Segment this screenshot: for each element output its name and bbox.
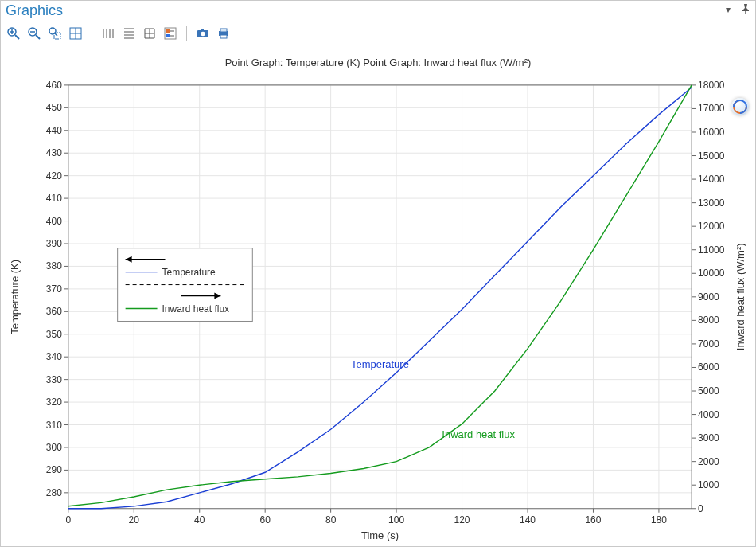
camera-icon bbox=[196, 26, 210, 41]
plot-region: Point Graph: Temperature (K) Point Graph… bbox=[1, 45, 755, 546]
svg-text:280: 280 bbox=[46, 487, 62, 498]
svg-point-9 bbox=[49, 28, 56, 34]
svg-text:440: 440 bbox=[46, 125, 62, 136]
svg-text:140: 140 bbox=[520, 514, 536, 526]
svg-text:17000: 17000 bbox=[698, 103, 725, 114]
zoom-extents-button[interactable] bbox=[66, 24, 85, 43]
svg-text:340: 340 bbox=[46, 351, 62, 362]
svg-line-2 bbox=[15, 35, 19, 39]
svg-text:120: 120 bbox=[454, 514, 470, 526]
toolbar-separator bbox=[92, 26, 92, 41]
legend-toggle-icon bbox=[163, 26, 177, 41]
svg-text:4000: 4000 bbox=[698, 409, 719, 420]
svg-line-6 bbox=[36, 35, 40, 39]
grid-toggle-button[interactable] bbox=[140, 24, 159, 43]
svg-text:7000: 7000 bbox=[698, 338, 719, 350]
svg-text:12000: 12000 bbox=[698, 221, 725, 232]
svg-text:410: 410 bbox=[46, 193, 62, 204]
svg-text:100: 100 bbox=[388, 514, 404, 526]
svg-text:11000: 11000 bbox=[698, 244, 725, 256]
svg-text:3000: 3000 bbox=[698, 432, 719, 443]
svg-text:13000: 13000 bbox=[698, 197, 725, 209]
svg-rect-30 bbox=[166, 34, 170, 37]
svg-text:Temperature: Temperature bbox=[162, 267, 216, 278]
svg-rect-37 bbox=[220, 29, 227, 32]
svg-rect-0 bbox=[745, 10, 746, 14]
plot-canvas[interactable]: Point Graph: Temperature (K) Point Graph… bbox=[1, 45, 755, 547]
grid-major-icon bbox=[101, 26, 115, 41]
svg-text:0: 0 bbox=[65, 514, 71, 526]
svg-text:320: 320 bbox=[46, 397, 62, 408]
legend-toggle-button[interactable] bbox=[161, 24, 180, 43]
grid-lines-icon bbox=[142, 26, 157, 41]
svg-text:2000: 2000 bbox=[698, 456, 719, 467]
svg-text:80: 80 bbox=[325, 514, 337, 526]
svg-text:10000: 10000 bbox=[698, 268, 725, 279]
y-axis-right-label: Inward heat flux (W/m²) bbox=[735, 243, 746, 350]
svg-text:370: 370 bbox=[46, 283, 62, 295]
svg-text:420: 420 bbox=[46, 170, 62, 182]
panel-header: Graphics ▾ bbox=[1, 1, 755, 21]
svg-text:350: 350 bbox=[46, 329, 62, 340]
svg-text:0: 0 bbox=[698, 503, 703, 514]
x-log-button[interactable] bbox=[99, 24, 118, 43]
zoom-out-button[interactable] bbox=[25, 24, 44, 43]
svg-text:160: 160 bbox=[585, 514, 601, 526]
svg-text:9000: 9000 bbox=[698, 291, 719, 303]
grid-minor-icon bbox=[122, 26, 136, 41]
svg-text:400: 400 bbox=[46, 216, 62, 227]
zoom-in-button[interactable] bbox=[4, 24, 23, 43]
snapshot-button[interactable] bbox=[193, 24, 212, 43]
svg-rect-38 bbox=[220, 35, 227, 38]
svg-text:300: 300 bbox=[46, 442, 62, 453]
svg-text:14000: 14000 bbox=[698, 174, 725, 185]
svg-text:290: 290 bbox=[46, 464, 62, 475]
toolbar-separator bbox=[186, 26, 187, 41]
svg-text:60: 60 bbox=[260, 514, 271, 526]
panel-menu-icon[interactable]: ▾ bbox=[722, 3, 735, 16]
svg-rect-29 bbox=[166, 29, 170, 33]
svg-text:180: 180 bbox=[651, 514, 667, 526]
svg-point-34 bbox=[201, 32, 205, 37]
print-button[interactable] bbox=[214, 24, 233, 43]
annotation: Inward heat flux bbox=[442, 428, 515, 440]
zoom-in-icon bbox=[6, 26, 21, 41]
x-axis-label: Time (s) bbox=[361, 529, 399, 541]
svg-text:460: 460 bbox=[46, 80, 62, 91]
toolbar bbox=[1, 21, 755, 45]
svg-text:1000: 1000 bbox=[698, 479, 719, 490]
svg-text:16000: 16000 bbox=[698, 127, 725, 138]
svg-text:330: 330 bbox=[46, 374, 62, 385]
panel-title: Graphics bbox=[6, 2, 63, 19]
chart-title: Point Graph: Temperature (K) Point Graph… bbox=[225, 57, 532, 68]
svg-text:Inward heat flux: Inward heat flux bbox=[162, 303, 230, 315]
y-axis-left-label: Temperature (K) bbox=[9, 260, 21, 334]
svg-text:6000: 6000 bbox=[698, 361, 719, 373]
svg-text:360: 360 bbox=[46, 306, 62, 317]
svg-text:450: 450 bbox=[46, 102, 62, 113]
svg-text:18000: 18000 bbox=[698, 80, 725, 91]
legend: TemperatureInward heat flux bbox=[118, 248, 253, 322]
zoom-extents-icon bbox=[68, 26, 83, 41]
svg-text:40: 40 bbox=[194, 514, 205, 526]
svg-text:5000: 5000 bbox=[698, 385, 719, 397]
panel-controls: ▾ bbox=[722, 3, 752, 16]
print-icon bbox=[216, 26, 231, 41]
svg-text:430: 430 bbox=[46, 147, 62, 158]
svg-text:15000: 15000 bbox=[698, 150, 725, 162]
zoom-box-icon bbox=[48, 26, 62, 41]
zoom-out-icon bbox=[27, 26, 41, 41]
svg-text:390: 390 bbox=[46, 238, 62, 249]
svg-text:310: 310 bbox=[46, 420, 62, 431]
svg-text:20: 20 bbox=[129, 514, 140, 526]
svg-text:8000: 8000 bbox=[698, 315, 719, 326]
svg-text:380: 380 bbox=[46, 260, 62, 272]
graphics-panel: Graphics ▾ bbox=[0, 0, 756, 547]
pin-icon[interactable] bbox=[739, 3, 752, 16]
svg-rect-35 bbox=[201, 29, 204, 31]
svg-line-10 bbox=[55, 33, 57, 36]
y-log-button[interactable] bbox=[119, 24, 138, 43]
zoom-box-button[interactable] bbox=[45, 24, 64, 43]
annotation: Temperature bbox=[351, 358, 409, 370]
